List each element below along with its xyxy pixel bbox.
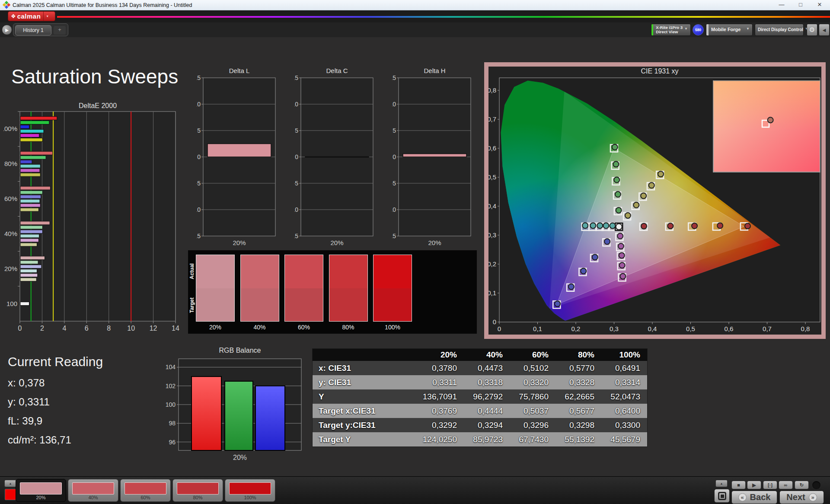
svg-text:0,3: 0,3 — [488, 231, 496, 239]
svg-text:10: 10 — [197, 101, 201, 108]
svg-text:104: 104 — [166, 364, 176, 370]
svg-text:-10: -10 — [294, 206, 298, 213]
table-row: x: CIE310,37800,44730,51020,57700,6491 — [313, 361, 647, 375]
deltaH-svg: Delta H151050-5-10-1520% — [392, 66, 477, 252]
svg-text:10: 10 — [294, 101, 298, 108]
pattern-label: 80% — [173, 495, 223, 500]
maximize-button[interactable]: □ — [791, 0, 810, 10]
swatch-column-100% — [373, 255, 412, 322]
svg-text:0,8: 0,8 — [801, 325, 810, 332]
pattern-label: 40% — [68, 495, 118, 500]
current-reading-panel: Current Reading x: 0,378 y: 0,3311 fL: 3… — [8, 354, 103, 453]
svg-text:40%: 40% — [4, 230, 17, 237]
deltaC-svg: Delta C151050-5-10-1520% — [294, 66, 379, 252]
stop-button[interactable]: ■ — [731, 481, 746, 489]
next-button[interactable]: Next » — [779, 491, 824, 504]
table-value: 0,6400 — [602, 404, 648, 418]
svg-text:CIE 1931 xy: CIE 1931 xy — [641, 67, 678, 75]
svg-text:-10: -10 — [197, 206, 201, 213]
svg-text:0,2: 0,2 — [488, 260, 496, 268]
pattern-button-60%[interactable]: 60% — [120, 479, 171, 502]
svg-text:96: 96 — [169, 439, 176, 446]
rgb-balance-chart: RGB Balance104102100989620% — [164, 346, 307, 465]
table-row: Target y:CIE310,32920,32940,32960,32980,… — [313, 418, 647, 432]
table-value: 62,2665 — [556, 389, 602, 404]
play-button[interactable]: ▶ — [747, 481, 761, 489]
up-arrow-icon: ▲ — [720, 482, 723, 485]
svg-text:5: 5 — [295, 127, 298, 134]
svg-text:20%: 20% — [428, 239, 441, 246]
svg-text:8: 8 — [107, 325, 111, 332]
meter-options-button[interactable]: ▲ — [715, 480, 728, 487]
svg-text:-10: -10 — [392, 206, 396, 213]
pattern-label: 20% — [16, 495, 66, 500]
svg-text:0,2: 0,2 — [571, 325, 581, 332]
svg-text:DeltaE 2000: DeltaE 2000 — [79, 103, 117, 109]
swatch-column-60% — [284, 255, 323, 322]
table-value: 0,5770 — [556, 361, 602, 375]
pattern-button-20%[interactable]: 20% — [16, 479, 66, 502]
table-header-row: 20%40%60%80%100% — [313, 349, 647, 361]
column-header: 20% — [419, 349, 465, 361]
meter-badge[interactable]: 580 — [693, 24, 704, 35]
pattern-label: 60% — [121, 495, 170, 500]
next-label: Next — [786, 492, 805, 502]
pattern-color-chip[interactable] — [5, 489, 16, 500]
svg-text:0,7: 0,7 — [763, 325, 772, 332]
single-measure-button[interactable]: [·] — [763, 481, 777, 489]
target-swatch — [241, 288, 279, 322]
back-button[interactable]: « Back — [731, 491, 777, 504]
pattern-swatch — [20, 482, 62, 494]
infinity-icon: ∞ — [784, 482, 788, 488]
calman-menu-button[interactable]: ❖ calman ▼ — [8, 11, 55, 21]
target-swatch — [329, 288, 367, 322]
add-tab-button[interactable]: + — [54, 26, 66, 35]
continuous-measure-button[interactable]: ∞ — [779, 481, 793, 489]
display-window-button[interactable] — [714, 489, 730, 503]
refresh-button[interactable]: ↻ — [795, 481, 809, 489]
actual-swatch — [285, 255, 323, 288]
table-value: 136,7091 — [419, 389, 465, 404]
delta-l-chart: Delta L151050-5-10-1520% — [197, 66, 281, 254]
table-value: 0,3292 — [419, 418, 465, 432]
svg-text:15: 15 — [392, 74, 396, 81]
meter-dropdown[interactable]: X-Rite i1Pro 3 Direct View ▼ — [651, 24, 691, 36]
deltaL-svg: Delta L151050-5-10-1520% — [197, 66, 281, 252]
svg-text:0,8: 0,8 — [488, 86, 496, 94]
pattern-button-40%[interactable]: 40% — [68, 479, 118, 502]
svg-text:-5: -5 — [197, 180, 201, 187]
svg-text:0,3: 0,3 — [610, 325, 619, 332]
svg-text:-15: -15 — [392, 233, 396, 239]
pattern-button-100%[interactable]: 100% — [225, 479, 275, 502]
pattern-source-dropdown[interactable]: Mobile Forge ▼ — [706, 24, 753, 36]
tab-group: History 1 + — [13, 23, 68, 36]
table-value: 124,0250 — [419, 432, 465, 447]
pattern-swatch — [72, 482, 114, 494]
measurement-table: 20%40%60%80%100%x: CIE310,37800,44730,51… — [312, 348, 648, 447]
tab-history-1[interactable]: History 1 — [15, 25, 51, 35]
history-nav-button[interactable]: ▶ — [2, 25, 12, 35]
svg-text:10: 10 — [127, 325, 135, 332]
collapse-panel-button[interactable]: ◀ — [819, 24, 830, 36]
swatch-label: 80% — [329, 324, 368, 331]
delta-c-chart: Delta C151050-5-10-1520% — [294, 66, 379, 254]
reading-x: x: 0,378 — [8, 377, 103, 389]
display-control-dropdown[interactable]: Direct Display Control ▼ — [755, 24, 804, 36]
pattern-label: 100% — [225, 495, 275, 500]
table-row: Target Y124,025085,972367,743055,139245,… — [313, 432, 647, 447]
calman-diamond-icon: ❖ — [11, 13, 16, 19]
swatch-label: 20% — [196, 324, 235, 331]
actual-swatch — [241, 255, 279, 288]
svg-text:0: 0 — [295, 153, 298, 160]
minimize-button[interactable]: — — [772, 0, 791, 10]
pattern-swatch — [124, 482, 166, 494]
refresh-icon: ↻ — [800, 482, 804, 488]
chevron-down-icon: ▼ — [43, 12, 49, 21]
pattern-button-80%[interactable]: 80% — [172, 479, 223, 502]
svg-text:20%: 20% — [330, 239, 343, 246]
close-button[interactable]: ✕ — [810, 0, 829, 10]
svg-text:-15: -15 — [197, 233, 201, 239]
settings-button[interactable]: ⚙ — [807, 24, 817, 36]
column-header: 60% — [511, 349, 556, 361]
pattern-options-button[interactable]: ▲ — [4, 480, 16, 487]
